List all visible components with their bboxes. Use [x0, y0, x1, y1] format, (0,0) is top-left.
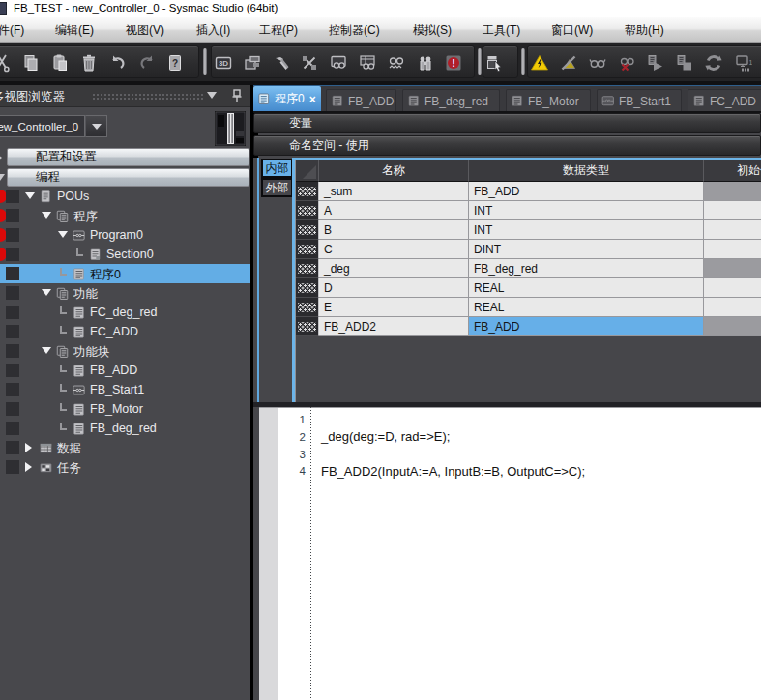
row-handle[interactable] [296, 259, 319, 278]
tab-FB_ADD[interactable]: FB_ADD [326, 89, 396, 112]
cascade-windows-icon[interactable] [242, 52, 263, 73]
row-handle[interactable] [296, 201, 319, 220]
run-mode-icon[interactable] [645, 52, 666, 73]
grid-corner-cell[interactable] [296, 160, 319, 182]
help-doc-icon[interactable]: ? [164, 52, 186, 73]
tree-item-程序[interactable]: 程序 [0, 206, 250, 225]
column-header-2[interactable]: 数据类型 [469, 160, 704, 182]
cell-name[interactable]: D [319, 278, 469, 298]
tab-external-variables[interactable]: 外部 [261, 178, 293, 197]
expander-closed-icon[interactable] [25, 443, 32, 452]
tab-程序0[interactable]: 程序0× [253, 86, 321, 112]
cell-data-type[interactable]: FB_deg_red [469, 259, 704, 278]
cell-initial-value[interactable] [704, 240, 761, 259]
program-mode-icon[interactable] [674, 52, 695, 73]
tree-item-功能[interactable]: 功能 [0, 283, 250, 303]
tree-item-数据[interactable]: 数据 [0, 438, 250, 457]
menu-item-7[interactable]: 模拟(S) [413, 22, 452, 39]
expander-open-icon[interactable] [42, 347, 51, 354]
row-handle[interactable] [296, 278, 319, 298]
monitor-glasses-icon[interactable] [587, 52, 608, 73]
menu-item-3[interactable]: 视图(V) [126, 22, 164, 39]
watch-window-icon[interactable] [386, 52, 407, 73]
section-expanded-arrow-icon[interactable] [0, 174, 5, 181]
cell-name[interactable]: C [319, 240, 469, 259]
controller-select-button[interactable] [85, 115, 107, 137]
pin-icon[interactable] [232, 89, 242, 103]
tree-item-FB_deg_red[interactable]: FB_deg_red [0, 419, 250, 438]
warning-icon[interactable] [529, 52, 550, 73]
section-programming[interactable]: 编程 [7, 168, 249, 187]
close-icon[interactable]: × [309, 95, 316, 104]
tree-item-程序0[interactable]: 程序0 [0, 264, 250, 283]
cell-data-type[interactable]: INT [469, 201, 704, 220]
expander-open-icon[interactable] [25, 192, 35, 199]
section-collapsed-arrow-icon[interactable] [0, 153, 2, 162]
cell-data-type[interactable]: FB_ADD [469, 317, 704, 336]
variable-manager-icon[interactable] [484, 52, 506, 73]
cut-icon[interactable] [0, 52, 13, 73]
menu-item-1[interactable]: 文件(F) [0, 22, 24, 39]
expander-open-icon[interactable] [58, 231, 68, 238]
row-handle[interactable] [296, 317, 319, 336]
chevron-down-icon[interactable] [207, 92, 217, 99]
search-icon[interactable] [415, 52, 436, 73]
3d-view-icon[interactable]: 3D [213, 52, 234, 73]
cell-initial-value[interactable] [704, 317, 761, 336]
cell-initial-value[interactable] [704, 220, 761, 240]
row-handle[interactable] [296, 182, 319, 201]
build-icon[interactable] [271, 52, 292, 73]
redo-icon[interactable] [136, 52, 158, 73]
abort-icon[interactable]: ! [443, 52, 464, 73]
cell-data-type[interactable]: INT [469, 220, 704, 240]
expander-open-icon[interactable] [42, 212, 51, 219]
tree-item-FB_ADD[interactable]: FB_ADD [0, 361, 250, 380]
controller-network-icon[interactable]: 1 [732, 52, 753, 73]
row-handle[interactable] [296, 240, 319, 259]
monitor-glasses-off-icon[interactable] [616, 52, 637, 73]
row-handle[interactable] [296, 298, 319, 317]
cell-data-type[interactable]: FB_ADD [469, 182, 704, 201]
warning-off-icon[interactable] [558, 52, 579, 73]
cell-initial-value[interactable] [704, 278, 761, 298]
delete-icon[interactable] [78, 52, 100, 73]
tab-FB_deg_red[interactable]: FB_deg_red [402, 89, 500, 112]
menu-item-9[interactable]: 窗口(W) [551, 22, 593, 39]
cell-name[interactable]: E [319, 298, 469, 317]
menu-item-4[interactable]: 插入(I) [196, 22, 230, 39]
variables-section-bar[interactable]: 变量 [253, 113, 761, 133]
cell-name[interactable]: A [319, 201, 469, 220]
menu-item-2[interactable]: 编辑(E) [55, 22, 94, 39]
section-configuration-settings[interactable]: 配置和设置 [7, 148, 249, 166]
tree-item-Section0[interactable]: Section0 [0, 245, 250, 264]
cell-name[interactable]: _sum [319, 182, 469, 201]
tree-item-FC_ADD[interactable]: FC_ADD [0, 322, 250, 341]
cell-name[interactable]: _deg [319, 259, 469, 278]
tree-item-POUs[interactable]: POUs [0, 187, 250, 206]
rebuild-icon[interactable] [299, 52, 320, 73]
tree-item-任务[interactable]: 任务 [0, 457, 250, 477]
cell-initial-value[interactable] [704, 182, 761, 201]
cell-initial-value[interactable] [704, 201, 761, 220]
synchronize-icon[interactable] [703, 52, 724, 73]
st-code-editor[interactable]: 12_deg(deg:=D, rad=>E);34FB_ADD2(InputA:… [253, 407, 761, 700]
copy-icon[interactable] [20, 52, 42, 73]
cell-data-type[interactable]: REAL [469, 298, 704, 317]
code-text[interactable]: FB_ADD2(InputA:=A, InputB:=B, OutputC=>C… [321, 464, 585, 479]
menu-item-8[interactable]: 工具(T) [483, 22, 520, 39]
cell-data-type[interactable]: REAL [469, 278, 704, 298]
cell-initial-value[interactable] [704, 298, 761, 317]
expander-closed-icon[interactable] [25, 462, 32, 472]
menu-item-6[interactable]: 控制器(C) [329, 22, 380, 39]
undo-icon[interactable] [107, 52, 129, 73]
menu-item-5[interactable]: 工程(P) [259, 22, 298, 39]
cell-name[interactable]: FB_ADD2 [319, 317, 469, 336]
table-watch-icon[interactable] [357, 52, 378, 73]
column-header-1[interactable]: 名称 [319, 160, 469, 182]
tree-item-FC_deg_red[interactable]: FC_deg_red [0, 303, 250, 322]
monitor-watch-icon[interactable] [328, 52, 349, 73]
namespace-section-bar[interactable]: 命名空间 - 使用 [253, 135, 761, 156]
cell-initial-value[interactable] [704, 259, 761, 278]
controller-select[interactable]: new_Controller_0 [0, 115, 85, 137]
tab-FB_Start1[interactable]: FB_Start1 [597, 89, 682, 112]
